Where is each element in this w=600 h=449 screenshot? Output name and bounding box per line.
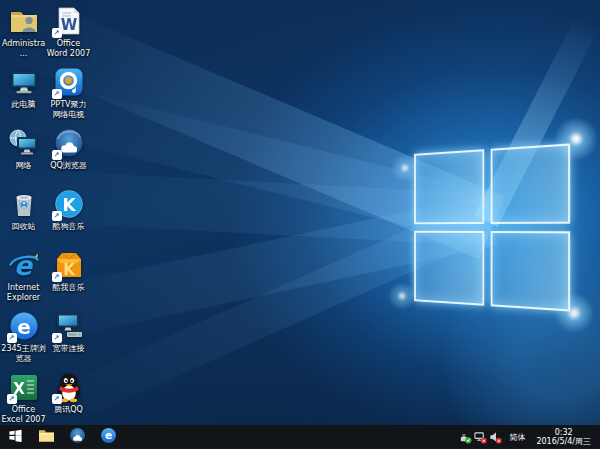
- shortcut-arrow-icon: ↗: [52, 28, 62, 38]
- tencent-qq-icon: ↗: [53, 371, 85, 403]
- windows-logo-pane: [414, 231, 484, 306]
- broadband-connection-icon: ↗: [53, 310, 85, 342]
- clock[interactable]: 0:32 2016/5/4/周三: [531, 428, 596, 446]
- windows-start-icon: [8, 428, 23, 447]
- desktop-icon-label: 2345王牌浏览器: [1, 344, 46, 364]
- 2345-browser-icon: e ↗: [8, 310, 40, 342]
- clock-time: 0:32: [536, 428, 591, 437]
- windows-logo-pane: [414, 149, 484, 224]
- svg-text:e: e: [13, 250, 33, 281]
- svg-text:K: K: [62, 195, 76, 215]
- clock-date: 2016/5/4/周三: [536, 437, 591, 446]
- desktop-icon-kugou-music[interactable]: K ↗ 酷狗音乐: [46, 188, 91, 249]
- desktop-icon-label: 酷我音乐: [53, 283, 85, 293]
- volume-icon[interactable]: [488, 425, 503, 449]
- desktop-icon-grid: Administra... 此电脑: [1, 5, 91, 425]
- taskbar-file-explorer-button[interactable]: [31, 425, 62, 449]
- desktop-icon-administrator[interactable]: Administra...: [1, 5, 46, 66]
- desktop-icon-label: 回收站: [12, 222, 36, 232]
- shortcut-arrow-icon: ↗: [7, 333, 17, 343]
- desktop-icon-office-word-2007[interactable]: W ↗ Office Word 2007: [46, 5, 91, 66]
- network-status-icon[interactable]: [473, 425, 488, 449]
- svg-text:W: W: [60, 16, 77, 34]
- qq-browser-icon: ↗: [53, 127, 85, 159]
- desktop-icon-label: 酷狗音乐: [53, 222, 85, 232]
- desktop-icon-label: Administra...: [1, 39, 46, 59]
- recycle-bin-icon: [8, 188, 40, 220]
- desktop-icon-broadband-connection[interactable]: ↗ 宽带连接: [46, 310, 91, 371]
- windows-logo: [414, 143, 570, 311]
- start-button[interactable]: [0, 425, 31, 449]
- folder-icon: [38, 428, 55, 447]
- desktop-icon-office-excel-2007[interactable]: X ↗ Office Excel 2007: [1, 371, 46, 425]
- this-pc-icon: [8, 66, 40, 98]
- taskbar-2345-browser-button[interactable]: e: [93, 425, 124, 449]
- pptv-icon: ↗: [53, 66, 85, 98]
- shortcut-arrow-icon: ↗: [52, 272, 62, 282]
- usb-safely-remove-icon[interactable]: [458, 425, 473, 449]
- taskbar: e: [0, 425, 600, 449]
- desktop-icon-label: PPTV聚力 网络电视: [46, 100, 91, 120]
- desktop-icon-label: Office Excel 2007: [1, 405, 46, 425]
- shortcut-arrow-icon: ↗: [7, 394, 17, 404]
- svg-text:K: K: [63, 261, 76, 279]
- desktop-icon-label: Internet Explorer: [1, 283, 46, 303]
- desktop-icon-this-pc[interactable]: 此电脑: [1, 66, 46, 127]
- network-icon: [8, 127, 40, 159]
- shortcut-arrow-icon: ↗: [52, 333, 62, 343]
- svg-text:e: e: [17, 315, 31, 339]
- svg-text:e: e: [105, 429, 112, 442]
- shortcut-arrow-icon: ↗: [52, 211, 62, 221]
- desktop-wallpaper: Administra... 此电脑: [0, 0, 600, 425]
- user-folder-icon: [8, 5, 40, 37]
- desktop-icon-internet-explorer[interactable]: e Internet Explorer: [1, 249, 46, 310]
- desktop-icon-pptv[interactable]: ↗ PPTV聚力 网络电视: [46, 66, 91, 127]
- qq-browser-icon: [69, 427, 86, 448]
- taskbar-qq-browser-button[interactable]: [62, 425, 93, 449]
- shortcut-arrow-icon: ↗: [52, 89, 62, 99]
- desktop-icon-label: QQ浏览器: [50, 161, 87, 171]
- desktop-icon-network[interactable]: 网络: [1, 127, 46, 188]
- desktop-icon-tencent-qq[interactable]: ↗ 腾讯QQ: [46, 371, 91, 425]
- desktop-icon-kuwo-music[interactable]: K ↗ 酷我音乐: [46, 249, 91, 310]
- desktop-icon-label: 宽带连接: [53, 344, 85, 354]
- desktop-icon-label: 网络: [16, 161, 32, 171]
- kugou-music-icon: K ↗: [53, 188, 85, 220]
- 2345-browser-icon: e: [100, 427, 117, 448]
- desktop-icon-qq-browser[interactable]: ↗ QQ浏览器: [46, 127, 91, 188]
- desktop-icon-recycle-bin[interactable]: 回收站: [1, 188, 46, 249]
- desktop-icon-label: 此电脑: [12, 100, 36, 110]
- shortcut-arrow-icon: ↗: [52, 150, 62, 160]
- desktop-icon-label: 腾讯QQ: [54, 405, 83, 415]
- language-indicator[interactable]: 简体: [503, 432, 531, 443]
- excel-icon: X ↗: [8, 371, 40, 403]
- windows-logo-pane: [490, 143, 570, 224]
- internet-explorer-icon: e: [8, 249, 40, 281]
- windows-logo-pane: [490, 231, 570, 312]
- desktop-icon-2345-browser[interactable]: e ↗ 2345王牌浏览器: [1, 310, 46, 371]
- shortcut-arrow-icon: ↗: [52, 394, 62, 404]
- kuwo-music-icon: K ↗: [53, 249, 85, 281]
- desktop-icon-label: Office Word 2007: [46, 39, 91, 59]
- windows-desktop-screen: Administra... 此电脑: [0, 0, 600, 449]
- word-icon: W ↗: [53, 5, 85, 37]
- system-tray: 简体 0:32 2016/5/4/周三: [458, 425, 600, 449]
